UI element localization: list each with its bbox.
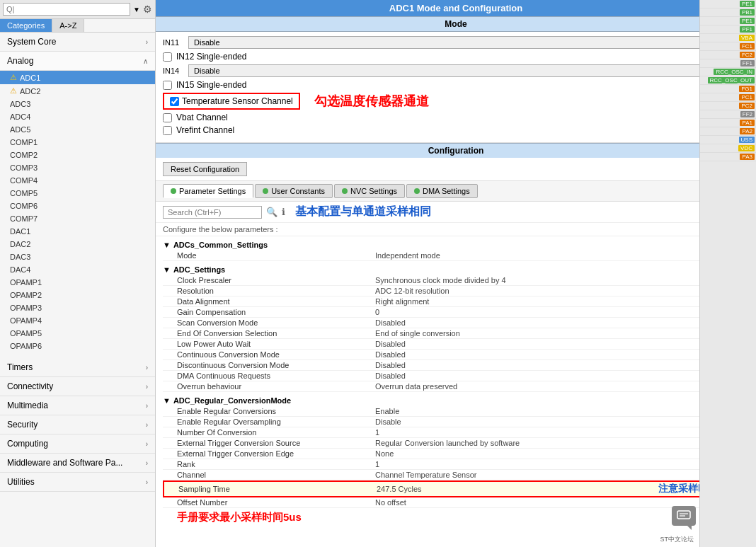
in15-checkbox[interactable] <box>163 81 172 90</box>
svg-rect-0 <box>677 511 690 519</box>
param-row-discontinuous-conversion-mode: Discontinuous Conversion ModeDisabled <box>163 360 749 371</box>
sidebar-label-comp6: COMP6 <box>10 202 38 210</box>
sidebar-item-opamp2[interactable]: OPAMP2 <box>0 289 155 301</box>
param-group-header-adc-common[interactable]: ▼ ADCs_Common_Settings <box>163 239 749 251</box>
sidebar-item-comp2[interactable]: COMP2 <box>0 149 155 161</box>
param-value: Overrun data preserved <box>375 382 749 391</box>
sidebar-item-dac4[interactable]: DAC4 <box>0 263 155 276</box>
sidebar-item-opamp3[interactable]: OPAMP3 <box>0 301 155 314</box>
sidebar-label-opamp2: OPAMP2 <box>10 291 42 299</box>
param-name: Enable Regular Conversions <box>177 407 375 415</box>
arrow-icon: ▼ <box>163 241 171 249</box>
sidebar-item-comp1[interactable]: COMP1 <box>0 136 155 149</box>
sidebar-label-comp4: COMP4 <box>10 176 38 185</box>
sidebar-item-middleware[interactable]: Middleware and Software Pa... › <box>0 454 155 473</box>
sidebar-item-dac3[interactable]: DAC3 <box>0 251 155 263</box>
chevron-right-icon-timers: › <box>146 364 148 372</box>
pin-badge: PC1 <box>739 94 755 100</box>
arrow-icon: ▼ <box>163 396 171 405</box>
param-value: 1 <box>375 428 749 437</box>
param-name: DMA Continuous Requests <box>177 372 375 380</box>
sidebar-label-middleware: Middleware and Software Pa... <box>7 458 122 468</box>
pin-badge: FC1 <box>740 43 755 50</box>
gear-icon[interactable]: ⚙ <box>143 4 152 15</box>
sidebar-item-adc4[interactable]: ADC4 <box>0 110 155 123</box>
info-icon[interactable]: ℹ <box>282 207 285 217</box>
chevron-down-icon: ∧ <box>143 57 148 65</box>
sidebar-item-computing[interactable]: Computing › <box>0 434 155 454</box>
param-value: Disable <box>375 418 749 426</box>
config-search-row: 🔍 ℹ 基本配置与单通道采样相同 <box>156 202 756 223</box>
search-icons: 🔍 ℹ <box>266 207 285 217</box>
reset-config-button[interactable]: Reset Configuration <box>163 162 247 176</box>
vrefint-row: Vrefint Channel <box>163 125 749 135</box>
sidebar-item-dac2[interactable]: DAC2 <box>0 238 155 251</box>
param-name: Discontinuous Conversion Mode <box>177 361 375 369</box>
config-tab-parameter-settings[interactable]: Parameter Settings <box>163 184 253 198</box>
sidebar-item-comp7[interactable]: COMP7 <box>0 212 155 225</box>
tab-atoz[interactable]: A->Z <box>52 19 84 32</box>
mode-area: IN11 Disable IN12 Single-ended IN14 Disa… <box>156 32 756 143</box>
pin-badge: PA2 <box>740 128 755 134</box>
param-value: End of single conversion <box>375 329 749 338</box>
sidebar-item-system-core[interactable]: System Core › <box>0 33 155 52</box>
sidebar-item-opamp4[interactable]: OPAMP4 <box>0 314 155 327</box>
main-title: ADC1 Mode and Configuration <box>156 0 756 16</box>
temp-sensor-checkbox[interactable] <box>170 97 179 106</box>
pin-item-rcc_osc_out: RCC_OSC_OUT <box>700 76 756 85</box>
param-name: Low Power Auto Wait <box>177 340 375 348</box>
sidebar-item-opamp6[interactable]: OPAMP6 <box>0 340 155 352</box>
sidebar-label-opamp3: OPAMP3 <box>10 304 42 312</box>
sidebar-item-adc3[interactable]: ADC3 <box>0 98 155 110</box>
sidebar-item-security[interactable]: Security › <box>0 415 155 434</box>
config-tab-nvc-settings[interactable]: NVC Settings <box>334 184 405 198</box>
chat-icon <box>677 510 691 522</box>
sidebar-item-comp5[interactable]: COMP5 <box>0 187 155 200</box>
annotation-min: 手册要求最小采样时间5us <box>177 511 749 524</box>
annotation-temp: 勾选温度传感器通道 <box>314 93 429 110</box>
chevron-right-icon: › <box>146 38 148 46</box>
in12-checkbox[interactable] <box>163 52 172 62</box>
config-tab-dma-settings[interactable]: DMA Settings <box>406 184 478 198</box>
sidebar-item-comp3[interactable]: COMP3 <box>0 161 155 174</box>
config-note: Configure the below parameters : <box>156 223 756 236</box>
sidebar-item-adc1[interactable]: ⚠ADC1 <box>0 71 155 84</box>
sidebar-item-comp4[interactable]: COMP4 <box>0 174 155 187</box>
sidebar-item-multimedia[interactable]: Multimedia › <box>0 396 155 415</box>
param-value: Disabled <box>375 340 749 348</box>
param-group-header-adc-regular[interactable]: ▼ ADC_Regular_ConversionMode <box>163 395 749 406</box>
sidebar-item-comp6[interactable]: COMP6 <box>0 200 155 212</box>
vbat-checkbox[interactable] <box>163 113 172 122</box>
param-group-header-adc-settings[interactable]: ▼ ADC_Settings <box>163 264 749 275</box>
param-value: Enable <box>375 407 749 415</box>
in11-select[interactable]: Disable <box>188 36 749 49</box>
sidebar-label-system-core: System Core <box>7 37 56 47</box>
chat-bubble[interactable] <box>672 506 696 526</box>
param-name: Resolution <box>177 287 375 295</box>
tab-categories[interactable]: Categories <box>0 19 52 32</box>
vrefint-checkbox[interactable] <box>163 126 172 135</box>
sidebar-item-analog[interactable]: Analog ∧ <box>0 52 155 71</box>
pin-badge: FG1 <box>739 86 755 92</box>
param-row-external-trigger-conversion-source: External Trigger Conversion SourceRegula… <box>163 438 749 449</box>
sidebar-label-comp3: COMP3 <box>10 163 38 172</box>
search-icon[interactable]: 🔍 <box>266 207 277 217</box>
sidebar-item-adc5[interactable]: ADC5 <box>0 123 155 136</box>
config-tab-user-constants[interactable]: User Constants <box>255 184 333 198</box>
pin-item-pa3: PA3 <box>700 153 756 161</box>
sidebar-item-opamp1[interactable]: OPAMP1 <box>0 276 155 289</box>
sidebar-label-adc2: ADC2 <box>20 87 40 96</box>
sidebar-item-dac1[interactable]: DAC1 <box>0 225 155 238</box>
param-name: Continuous Conversion Mode <box>177 350 375 359</box>
search-input[interactable] <box>3 3 130 16</box>
in15-label: IN15 Single-ended <box>176 80 246 90</box>
sidebar-item-timers[interactable]: Timers › <box>0 358 155 377</box>
param-search-input[interactable] <box>163 206 262 219</box>
sidebar-item-opamp5[interactable]: OPAMP5 <box>0 327 155 340</box>
sidebar-item-adc2[interactable]: ⚠ADC2 <box>0 84 155 98</box>
sidebar-item-connectivity[interactable]: Connectivity › <box>0 377 155 396</box>
in14-select[interactable]: Disable <box>188 64 749 77</box>
param-value: 1 <box>375 460 749 468</box>
sidebar-item-utilities[interactable]: Utilities › <box>0 473 155 492</box>
sidebar-label-dac1: DAC1 <box>10 227 30 236</box>
